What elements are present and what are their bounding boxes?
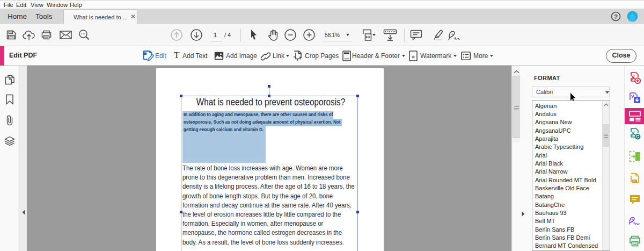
svg-text:?: ?: [614, 13, 618, 20]
